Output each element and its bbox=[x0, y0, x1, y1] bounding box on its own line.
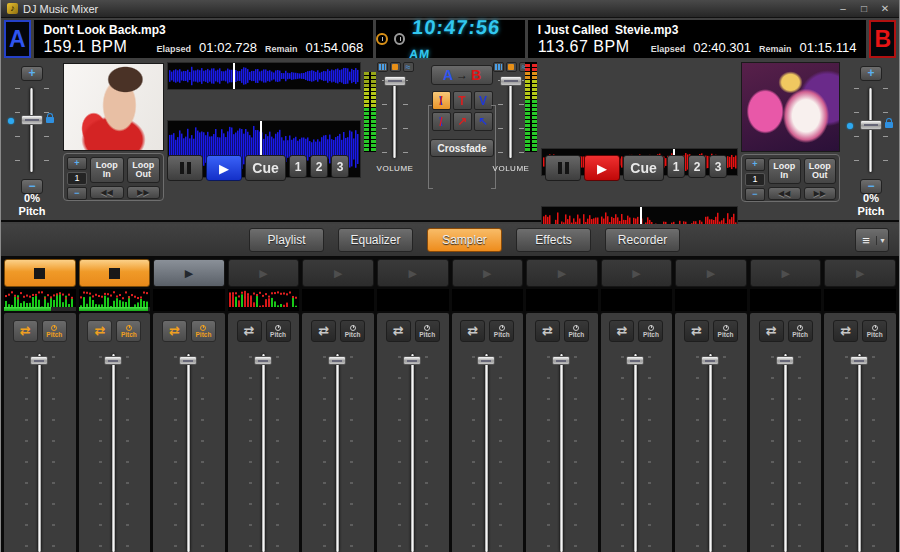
meter-icon[interactable] bbox=[377, 62, 388, 72]
close-button[interactable]: ✕ bbox=[877, 1, 893, 17]
loop-button[interactable]: ⇄ bbox=[684, 320, 709, 342]
loop-count-down-button[interactable]: − bbox=[745, 188, 765, 201]
pitch-button[interactable]: Pitch bbox=[564, 320, 589, 342]
slider-handle[interactable] bbox=[179, 356, 197, 365]
sampler-volume-slider[interactable] bbox=[526, 348, 598, 552]
sampler-volume-slider[interactable] bbox=[4, 348, 76, 552]
pitch-button[interactable]: Pitch bbox=[266, 320, 291, 342]
deck-b-pitch-handle[interactable] bbox=[860, 120, 882, 130]
sampler-play-button[interactable]: ▶ bbox=[601, 259, 673, 287]
slider-track[interactable] bbox=[858, 354, 861, 552]
forward-button[interactable]: ▶▶ bbox=[127, 186, 161, 199]
sampler-play-button[interactable]: ▶ bbox=[228, 259, 300, 287]
pad-icon[interactable] bbox=[390, 62, 401, 72]
slider-handle[interactable] bbox=[403, 356, 421, 365]
pitch-button[interactable]: Pitch bbox=[788, 320, 813, 342]
deck-b-pitch-slider[interactable] bbox=[869, 88, 872, 172]
sampler-volume-slider[interactable] bbox=[601, 348, 673, 552]
slider-track[interactable] bbox=[262, 354, 265, 552]
deck-b-volume-handle[interactable] bbox=[500, 76, 522, 86]
sampler-volume-slider[interactable] bbox=[675, 348, 747, 552]
meter-icon[interactable] bbox=[493, 62, 504, 72]
tab-equalizer[interactable]: Equalizer bbox=[338, 228, 413, 252]
hot-cue-3-button[interactable]: 3 bbox=[331, 155, 349, 178]
loop-button[interactable]: ⇄ bbox=[237, 320, 262, 342]
sampler-play-button[interactable]: ▶ bbox=[377, 259, 449, 287]
deck-a-pitch-slider[interactable] bbox=[30, 88, 33, 172]
pitch-button[interactable]: Pitch bbox=[862, 320, 887, 342]
play-button[interactable]: ▶ bbox=[584, 155, 620, 181]
sampler-list-button[interactable]: ≡ ▾ bbox=[855, 228, 889, 252]
loop-out-button[interactable]: Loop Out bbox=[804, 158, 837, 184]
sampler-play-button[interactable]: ▶ bbox=[452, 259, 524, 287]
hot-cue-1-button[interactable]: 1 bbox=[667, 155, 685, 178]
minimize-button[interactable]: – bbox=[835, 1, 851, 17]
pitch-button[interactable]: Pitch bbox=[415, 320, 440, 342]
tab-recorder[interactable]: Recorder bbox=[605, 228, 680, 252]
pitch-button[interactable]: Pitch bbox=[489, 320, 514, 342]
slider-track[interactable] bbox=[784, 354, 787, 552]
sampler-volume-slider[interactable] bbox=[750, 348, 822, 552]
slider-handle[interactable] bbox=[477, 356, 495, 365]
hot-cue-2-button[interactable]: 2 bbox=[688, 155, 706, 178]
play-button[interactable]: ▶ bbox=[206, 155, 242, 181]
sampler-volume-slider[interactable] bbox=[452, 348, 524, 552]
slider-track[interactable] bbox=[112, 354, 115, 552]
sampler-play-button[interactable]: ▶ bbox=[302, 259, 374, 287]
slider-handle[interactable] bbox=[776, 356, 794, 365]
sampler-volume-slider[interactable] bbox=[377, 348, 449, 552]
pitch-button[interactable]: Pitch bbox=[42, 320, 67, 342]
pad-icon[interactable] bbox=[506, 62, 517, 72]
pause-button[interactable] bbox=[167, 155, 203, 181]
pitch-lock-icon[interactable] bbox=[885, 122, 893, 128]
pause-button[interactable] bbox=[545, 155, 581, 181]
loop-button[interactable]: ⇄ bbox=[460, 320, 485, 342]
loop-button[interactable]: ⇄ bbox=[162, 320, 187, 342]
tab-effects[interactable]: Effects bbox=[516, 228, 591, 252]
pitch-button[interactable]: Pitch bbox=[638, 320, 663, 342]
slider-handle[interactable] bbox=[104, 356, 122, 365]
slider-handle[interactable] bbox=[328, 356, 346, 365]
tab-sampler[interactable]: Sampler bbox=[427, 228, 502, 252]
maximize-button[interactable]: □ bbox=[856, 1, 872, 17]
sampler-play-button[interactable]: ▶ bbox=[153, 259, 225, 287]
crossfade-button[interactable]: Crossfade bbox=[430, 139, 494, 157]
pitch-button[interactable]: Pitch bbox=[191, 320, 216, 342]
a-to-b-button[interactable]: A → B bbox=[431, 65, 493, 85]
loop-button[interactable]: ⇄ bbox=[759, 320, 784, 342]
loop-button[interactable]: ⇄ bbox=[87, 320, 112, 342]
slider-track[interactable] bbox=[38, 354, 41, 552]
rewind-button[interactable]: ◀◀ bbox=[768, 187, 801, 200]
timer-clock-icon[interactable] bbox=[394, 33, 405, 45]
loop-button[interactable]: ⇄ bbox=[311, 320, 336, 342]
sine-icon[interactable]: ≈ bbox=[403, 62, 414, 72]
slider-track[interactable] bbox=[634, 354, 637, 552]
cue-button[interactable]: Cue bbox=[623, 155, 664, 181]
hot-cue-2-button[interactable]: 2 bbox=[310, 155, 328, 178]
deck-a-pitch-handle[interactable] bbox=[21, 115, 43, 125]
crossfade-curve-ramp-up-button[interactable]: ↗ bbox=[453, 112, 472, 131]
slider-track[interactable] bbox=[187, 354, 190, 552]
alarm-clock-icon[interactable] bbox=[376, 33, 387, 45]
tab-playlist[interactable]: Playlist bbox=[249, 228, 324, 252]
loop-count-down-button[interactable]: − bbox=[67, 187, 87, 200]
cue-button[interactable]: Cue bbox=[245, 155, 286, 181]
crossfade-curve-ramp-down-button[interactable]: ↖ bbox=[474, 112, 493, 131]
pitch-button[interactable]: Pitch bbox=[116, 320, 141, 342]
slider-handle[interactable] bbox=[701, 356, 719, 365]
crossfade-curve-t-curve-button[interactable]: T bbox=[453, 91, 472, 110]
loop-in-button[interactable]: Loop In bbox=[90, 157, 124, 183]
sampler-volume-slider[interactable] bbox=[79, 348, 151, 552]
loop-button[interactable]: ⇄ bbox=[535, 320, 560, 342]
hot-cue-1-button[interactable]: 1 bbox=[289, 155, 307, 178]
pitch-lock-icon[interactable] bbox=[46, 117, 54, 123]
forward-button[interactable]: ▶▶ bbox=[804, 187, 837, 200]
slider-handle[interactable] bbox=[254, 356, 272, 365]
loop-out-button[interactable]: Loop Out bbox=[127, 157, 161, 183]
crossfade-curve-v-curve-button[interactable]: V bbox=[474, 91, 493, 110]
pitch-up-button[interactable]: + bbox=[21, 66, 43, 81]
loop-count-up-button[interactable]: + bbox=[67, 157, 87, 170]
loop-button[interactable]: ⇄ bbox=[833, 320, 858, 342]
slider-handle[interactable] bbox=[552, 356, 570, 365]
pitch-button[interactable]: Pitch bbox=[340, 320, 365, 342]
